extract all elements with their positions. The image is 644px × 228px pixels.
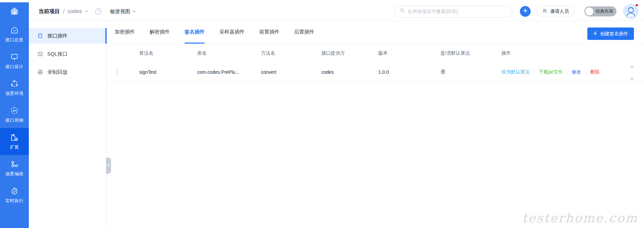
sidebar-item-scheduled-run[interactable]: 定时执行 [0, 182, 29, 209]
view-switcher-label: 敏捷视图 [110, 8, 130, 14]
subsidebar-item-record-playback[interactable]: 录制回放 [29, 64, 106, 80]
tab-label: 前置插件 [259, 29, 279, 35]
active-indicator [105, 28, 107, 44]
sidebar-item-api-case[interactable]: API 接口用例 [0, 101, 29, 128]
cell-algorithm-name: signTest [139, 69, 197, 75]
tab-label: 采样器插件 [219, 29, 245, 35]
api-overview-icon [10, 26, 19, 35]
tab-pre-plugin[interactable]: 前置插件 [259, 21, 279, 43]
subsidebar-item-sql-api[interactable]: Sql SQL接口 [29, 46, 106, 62]
tab-post-plugin[interactable]: 后置插件 [294, 21, 314, 43]
tab-label: 加密插件 [115, 29, 135, 35]
scroll-down-icon[interactable] [630, 78, 634, 80]
table-header: 算法名 类名 方法名 接口提供方 版本 是/否默认算法 操作 [107, 44, 644, 63]
table-row: signTest com.codes.PrePlu... convert cod… [107, 63, 644, 81]
sql-chip-icon: Sql [37, 51, 44, 57]
sidebar-item-scene-orchestration[interactable]: 场景编排 [0, 155, 29, 182]
plus-icon [593, 31, 597, 37]
invite-members-label: 邀请人员 [550, 8, 569, 14]
sidebar-item-scene-env[interactable]: 场景环境 [0, 74, 29, 101]
add-button[interactable] [520, 6, 531, 17]
user-avatar[interactable] [623, 4, 639, 19]
scene-env-icon [10, 79, 19, 88]
sidebar-item-label: 接口总览 [5, 37, 23, 43]
create-sign-plugin-button[interactable]: 创建签名插件 [587, 27, 634, 40]
view-switcher[interactable]: 敏捷视图 [110, 8, 136, 14]
invite-members-button[interactable]: 邀请人员 [537, 6, 574, 17]
sidebar-item-label: 接口设计 [5, 64, 23, 70]
column-header: 类名 [197, 50, 261, 56]
watermark: testerhome.com [522, 211, 638, 225]
cell-method-name: convert [261, 69, 321, 75]
subsidebar-item-api-plugins[interactable]: 接口插件 [29, 28, 106, 44]
subsidebar-item-label: 接口插件 [47, 33, 67, 39]
api-design-icon [10, 53, 19, 61]
action-divider [534, 70, 534, 74]
cell-is-default: 否 [440, 69, 501, 75]
plugin-puzzle-icon [37, 33, 44, 39]
subsidebar-item-label: 录制回放 [47, 69, 67, 75]
svg-text:API: API [12, 109, 16, 112]
app-root: 接口总览 接口设计 场景环境 API 接口用例 扩展 [0, 0, 644, 228]
subsidebar-item-label: SQL接口 [47, 51, 67, 57]
column-header: 接口提供方 [321, 50, 378, 56]
notification-dot [635, 3, 639, 7]
column-header: 版本 [378, 50, 440, 56]
action-divider [586, 70, 586, 74]
row-actions: 设为默认算法 下载jar文件 修改 删除 [501, 69, 644, 75]
sidebar-item-label: 扩展 [10, 144, 19, 150]
edit-link[interactable]: 修改 [572, 69, 581, 75]
expand-icon [10, 133, 19, 142]
breadcrumb-project-name[interactable]: codes [67, 8, 82, 14]
breadcrumb-separator: / [63, 8, 64, 14]
row-checkbox[interactable] [117, 69, 117, 75]
tab-label: 后置插件 [294, 29, 314, 35]
column-header: 是/否默认算法 [440, 50, 501, 56]
set-default-algorithm-link[interactable]: 设为默认算法 [501, 69, 530, 75]
sidebar-item-label: 场景环境 [5, 91, 23, 97]
top-header: 当前项目 / codes ? 敏捷视图 [29, 0, 644, 21]
project-caret-icon[interactable] [85, 11, 88, 13]
api-case-icon: API [10, 106, 19, 115]
sidebar-item-api-overview[interactable]: 接口总览 [0, 21, 29, 48]
plugin-tabbar: 加密插件 解密插件 签名插件 采样器插件 前置插件 后置插件 创建签名插件 [107, 21, 644, 44]
home-button[interactable] [0, 2, 29, 21]
tab-sign-plugin[interactable]: 签名插件 [184, 21, 205, 43]
people-icon [542, 8, 548, 15]
scene-orchestration-icon [10, 160, 19, 169]
tab-decrypt-plugin[interactable]: 解密插件 [150, 21, 170, 43]
view-caret-icon [132, 11, 136, 13]
column-header: 操作 [501, 50, 644, 56]
main-content: 加密插件 解密插件 签名插件 采样器插件 前置插件 后置插件 创建签名插件 算法… [107, 21, 644, 228]
secondary-sidebar: 接口插件 Sql SQL接口 录制回放 [29, 21, 107, 228]
action-divider [567, 70, 568, 74]
scroll-up-icon[interactable] [630, 65, 634, 68]
column-header: 算法名 [139, 50, 197, 56]
toggle-knob[interactable] [585, 7, 593, 15]
toggle-label: 经典布局 [596, 8, 613, 14]
create-button-label: 创建签名插件 [600, 31, 628, 37]
timer-icon [10, 187, 19, 195]
sidebar-item-label: 定时执行 [5, 198, 23, 204]
search-icon [399, 8, 405, 15]
cell-version: 1.0.0 [378, 69, 440, 75]
classic-layout-toggle[interactable]: 经典布局 [584, 6, 616, 16]
help-icon[interactable]: ? [95, 8, 102, 14]
global-search [394, 5, 513, 17]
primary-sidebar: 接口总览 接口设计 场景环境 API 接口用例 扩展 [0, 0, 29, 228]
tab-label: 签名插件 [184, 29, 205, 35]
sidebar-collapse-handle[interactable] [106, 158, 111, 174]
breadcrumb: 当前项目 / codes ? 敏捷视图 [39, 8, 136, 15]
tab-label: 解密插件 [150, 29, 170, 35]
search-input[interactable] [408, 9, 507, 14]
tab-sampler-plugin[interactable]: 采样器插件 [219, 21, 245, 43]
cell-class-name: com.codes.PrePlu... [197, 69, 261, 75]
sidebar-item-extension[interactable]: 扩展 [0, 128, 29, 155]
delete-link[interactable]: 删除 [590, 69, 600, 75]
record-playback-icon [37, 69, 44, 75]
home-icon [9, 6, 19, 17]
sidebar-item-api-design[interactable]: 接口设计 [0, 48, 29, 74]
tab-encrypt-plugin[interactable]: 加密插件 [115, 21, 135, 43]
svg-text:Sql: Sql [39, 53, 41, 55]
download-jar-link[interactable]: 下载jar文件 [539, 69, 563, 75]
